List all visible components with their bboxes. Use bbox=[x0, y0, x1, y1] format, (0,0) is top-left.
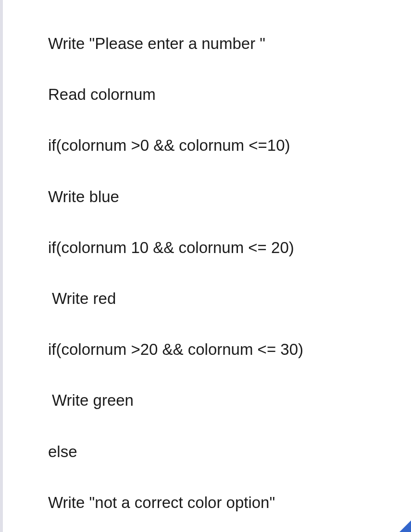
code-line-7: if(colornum >20 && colornum <= 30) bbox=[48, 339, 392, 361]
code-line-9: else bbox=[48, 441, 392, 463]
code-content: Write "Please enter a number " Read colo… bbox=[0, 0, 411, 532]
corner-resize-icon bbox=[399, 520, 411, 532]
code-line-8: Write green bbox=[48, 389, 392, 411]
code-line-4: Write blue bbox=[48, 186, 392, 208]
code-line-10: Write "not a correct color option" bbox=[48, 492, 392, 514]
code-line-2: Read colornum bbox=[48, 84, 392, 106]
left-border-decoration bbox=[0, 0, 3, 532]
code-line-1: Write "Please enter a number " bbox=[48, 33, 392, 55]
code-line-3: if(colornum >0 && colornum <=10) bbox=[48, 134, 392, 157]
code-line-5: if(colornum 10 && colornum <= 20) bbox=[48, 237, 392, 259]
code-line-6: Write red bbox=[48, 288, 392, 310]
